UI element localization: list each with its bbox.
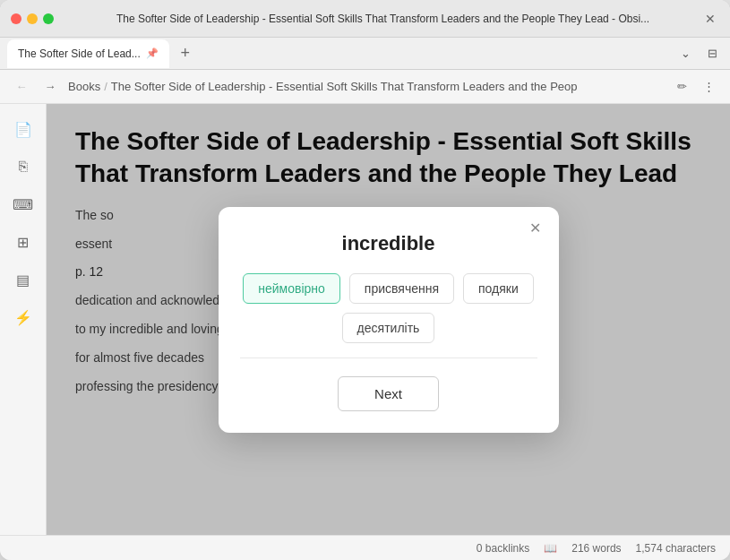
title-bar: The Softer Side of Leadership - Essentia… <box>0 0 730 38</box>
breadcrumb-separator: / <box>104 80 107 93</box>
forward-button[interactable]: → <box>39 76 61 98</box>
sidebar: 📄 ⎘ ⌨ ⊞ ▤ ⚡ <box>0 104 47 535</box>
sidebar-file-icon[interactable]: 📄 <box>7 113 39 145</box>
modal-overlay: ✕ incredible неймовірно присвячення подя… <box>47 104 730 535</box>
sidebar-toggle-icon[interactable]: ⊟ <box>701 43 723 65</box>
sidebar-grid-icon[interactable]: ⊞ <box>7 226 39 258</box>
active-tab[interactable]: The Softer Side of Lead... 📌 <box>7 39 169 68</box>
back-button[interactable]: ← <box>11 76 32 98</box>
next-button[interactable]: Next <box>338 376 439 411</box>
status-bar: 0 backlinks 📖 216 words 1,574 characters <box>0 535 730 560</box>
option-btn-2[interactable]: подяки <box>463 273 534 304</box>
window-close-icon[interactable]: ✕ <box>701 10 719 28</box>
modal-actions: Next <box>240 376 537 411</box>
tab-title: The Softer Side of Lead... <box>18 47 141 60</box>
characters-value: 1,574 characters <box>636 542 716 555</box>
option-btn-0[interactable]: неймовірно <box>243 273 340 304</box>
modal-word: incredible <box>240 232 537 255</box>
sidebar-lightning-icon[interactable]: ⚡ <box>7 301 39 333</box>
flashcard-modal: ✕ incredible неймовірно присвячення подя… <box>219 207 559 433</box>
new-tab-button[interactable]: + <box>173 41 198 66</box>
pin-icon: 📌 <box>146 47 159 59</box>
sidebar-terminal-icon[interactable]: ⌨ <box>7 188 39 220</box>
backlinks-value: 0 backlinks <box>477 542 529 555</box>
backlinks-status: 0 backlinks <box>477 542 529 555</box>
words-value: 216 words <box>571 542 621 555</box>
breadcrumb-books[interactable]: Books <box>68 80 100 93</box>
book-icon: 📖 <box>544 542 557 555</box>
window-maximize-btn[interactable] <box>43 13 54 24</box>
edit-icon[interactable]: ✏ <box>671 76 692 98</box>
characters-status: 1,574 characters <box>636 542 716 555</box>
book-icon-status: 📖 <box>544 542 557 555</box>
breadcrumb: Books / The Softer Side of Leadership - … <box>68 80 664 93</box>
option-btn-3[interactable]: десятиліть <box>342 313 435 343</box>
window-minimize-btn[interactable] <box>27 13 38 24</box>
nav-bar: ← → Books / The Softer Side of Leadershi… <box>0 70 730 104</box>
chevron-down-icon[interactable]: ⌄ <box>674 43 696 65</box>
main-content: The Softer Side of Leadership - Essentia… <box>47 104 730 535</box>
window-controls <box>11 13 54 24</box>
breadcrumb-current[interactable]: The Softer Side of Leadership - Essentia… <box>111 80 578 93</box>
option-btn-1[interactable]: присвячення <box>349 273 454 304</box>
tab-bar: The Softer Side of Lead... 📌 + ⌄ ⊟ <box>0 38 730 70</box>
more-icon[interactable]: ⋮ <box>698 76 719 98</box>
modal-close-button[interactable]: ✕ <box>525 218 546 239</box>
nav-bar-right: ✏ ⋮ <box>671 76 719 98</box>
window-title: The Softer Side of Leadership - Essentia… <box>64 13 701 25</box>
sidebar-calendar-icon[interactable]: ▤ <box>7 263 39 296</box>
browser-window: The Softer Side of Leadership - Essentia… <box>0 0 730 560</box>
words-status: 216 words <box>571 542 621 555</box>
app-body: 📄 ⎘ ⌨ ⊞ ▤ ⚡ The Softer Side of Leadershi… <box>0 104 730 535</box>
modal-options: неймовірно присвячення подяки десятиліть <box>240 273 537 358</box>
window-close-btn[interactable] <box>11 13 21 24</box>
sidebar-copy-icon[interactable]: ⎘ <box>7 151 39 183</box>
tab-bar-right: ⌄ ⊟ <box>674 43 723 65</box>
